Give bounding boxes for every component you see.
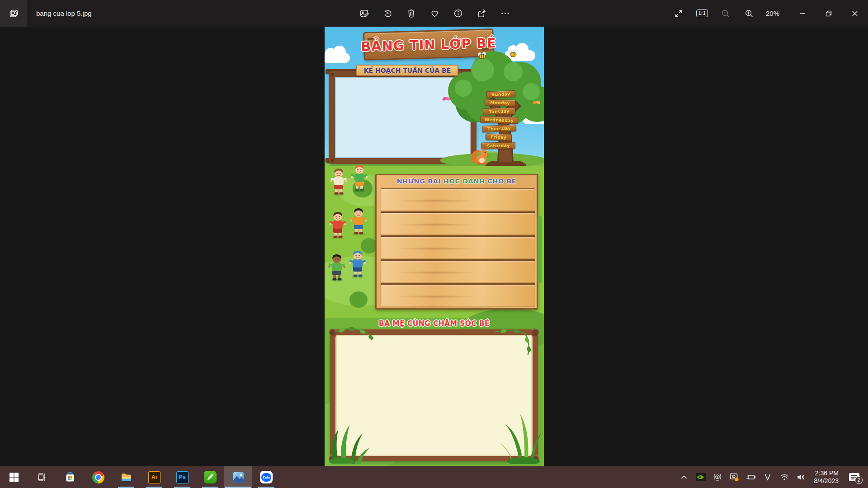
hidden-icons-chevron[interactable]: [679, 468, 689, 486]
zoom-out-icon: [721, 9, 731, 19]
illustrator-icon: Ai: [148, 471, 160, 483]
bee-icon: [509, 50, 517, 57]
start-button[interactable]: [0, 466, 28, 488]
plank-row: [381, 189, 535, 211]
task-view-button[interactable]: [28, 466, 56, 488]
plank-row: [381, 261, 535, 283]
chevron-up-icon: [679, 473, 689, 482]
rotate-button[interactable]: [379, 4, 396, 23]
taskbar: Ai Ps Zalo: [0, 466, 868, 488]
notification-center-button[interactable]: 2: [846, 468, 862, 486]
care-title: BA MẸ CÙNG CHĂM SÓC BÉ: [325, 319, 544, 328]
lessons-title: NHỮNG BÀI HỌC DÀNH CHO BÉ: [377, 178, 537, 185]
task-view-icon: [37, 472, 47, 483]
close-icon: [850, 9, 860, 19]
photoshop-button[interactable]: Ps: [168, 466, 196, 488]
titlebar: bang cua lop 5.jpg: [0, 0, 868, 27]
display-sync-icon: [729, 472, 740, 483]
chrome-icon: [92, 471, 104, 483]
v-app-tray-button[interactable]: [762, 468, 773, 486]
app-menu-button[interactable]: [0, 0, 27, 27]
file-info-button[interactable]: [449, 4, 467, 23]
more-options-icon: [500, 8, 510, 19]
share-button[interactable]: [473, 4, 490, 23]
display-sync-tray-button[interactable]: [729, 468, 740, 486]
favorite-button[interactable]: [426, 4, 443, 23]
microsoft-store-icon: [64, 471, 76, 483]
weekly-plan-banner: KẾ HOẠCH TUẦN CỦA BÉ: [356, 65, 458, 76]
minimize-icon: [797, 9, 807, 19]
day-sign-thursday: Thursday: [482, 125, 516, 133]
battery-icon: [745, 472, 756, 483]
photo-bulletin-board: BẢNG TIN LỚP BÉ KẾ HOẠCH TUẦN CỦA BÉ: [325, 27, 544, 466]
illustrator-button[interactable]: Ai: [140, 466, 168, 488]
zoom-in-button[interactable]: [741, 4, 758, 23]
photos-app-button[interactable]: [224, 466, 252, 488]
camera-icon: [712, 472, 722, 482]
taskbar-clock[interactable]: 2:36 PM 8/4/2023: [812, 469, 841, 485]
file-explorer-button[interactable]: [112, 466, 140, 488]
notes-app-button[interactable]: [196, 466, 224, 488]
zoom-out-button[interactable]: [717, 4, 734, 23]
nvidia-icon: [695, 472, 706, 483]
actual-size-button[interactable]: 1:1: [693, 4, 711, 23]
system-tray: 2:36 PM 8/4/2023 2: [679, 466, 868, 488]
chrome-button[interactable]: [84, 466, 112, 488]
nvidia-tray-button[interactable]: [695, 468, 706, 486]
windows-start-icon: [9, 472, 19, 482]
close-button[interactable]: [842, 0, 868, 27]
vine-leaves: [493, 328, 533, 359]
notification-badge: 2: [855, 476, 863, 484]
kid-illustration: [350, 164, 369, 192]
kid-illustration: [328, 211, 347, 239]
plank-row: [381, 237, 535, 259]
photos-taskbar-icon: [232, 471, 245, 483]
delete-icon: [406, 8, 416, 19]
file-explorer-icon: [120, 471, 132, 483]
zoom-in-icon: [744, 9, 754, 19]
restore-icon: [824, 9, 834, 19]
vine-leaves: [334, 326, 374, 345]
day-sign-wednesday: Wednesday: [480, 116, 518, 124]
lessons-board: NHỮNG BÀI HỌC DÀNH CHO BÉ: [375, 174, 538, 310]
notes-app-icon: [204, 471, 217, 483]
cloud: [325, 53, 350, 63]
fullscreen-button[interactable]: [670, 4, 687, 23]
restore-button[interactable]: [816, 0, 842, 27]
illustrator-label: Ai: [151, 474, 157, 480]
photoshop-label: Ps: [179, 474, 185, 480]
photo-toolbar: [355, 0, 514, 27]
grass-plant: [497, 409, 542, 464]
zalo-icon: Zalo: [260, 471, 273, 483]
rotate-icon: [382, 8, 393, 19]
info-icon: [453, 8, 463, 19]
taskbar-apps: Ai Ps Zalo: [0, 466, 280, 488]
zoom-level-label: 20%: [764, 9, 781, 17]
plank-row: [381, 285, 535, 307]
more-options-button[interactable]: [496, 4, 514, 23]
battery-tray-button[interactable]: [745, 468, 756, 486]
wifi-tray-button[interactable]: [779, 468, 790, 486]
zalo-button[interactable]: Zalo: [252, 466, 280, 488]
volume-tray-button[interactable]: [796, 468, 807, 486]
squirrel-illustration: [469, 145, 489, 165]
clock-date: 8/4/2023: [814, 477, 839, 485]
kid-illustration: [349, 207, 368, 235]
heart-icon: [429, 8, 440, 19]
microsoft-store-button[interactable]: [56, 466, 84, 488]
kid-illustration: [327, 253, 346, 282]
edit-image-button[interactable]: [355, 4, 373, 23]
v-app-icon: [763, 473, 772, 482]
camera-tray-button[interactable]: [712, 468, 723, 486]
minimize-button[interactable]: [789, 0, 816, 27]
fern-plant: [328, 416, 371, 464]
photoshop-icon: Ps: [176, 471, 189, 483]
actual-size-icon: 1:1: [696, 9, 708, 17]
delete-button[interactable]: [402, 4, 420, 23]
view-controls: 1:1 20%: [670, 0, 781, 27]
photos-app-icon: [8, 8, 19, 19]
edit-image-icon: [359, 8, 369, 19]
weekly-plan-title: KẾ HOẠCH TUẦN CỦA BÉ: [364, 67, 451, 74]
filename-title: bang cua lop 5.jpg: [36, 0, 92, 27]
clock-time: 2:36 PM: [814, 469, 839, 477]
